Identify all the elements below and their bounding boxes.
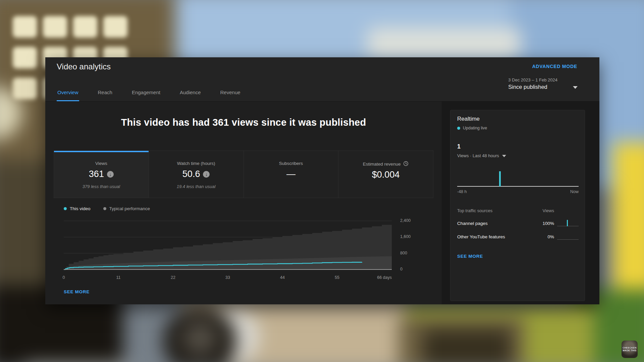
realtime-views-value: 1: [457, 143, 461, 150]
active-card-indicator: [54, 151, 149, 152]
realtime-see-more-link[interactable]: SEE MORE: [457, 254, 483, 259]
tab-engagement[interactable]: Engagement: [131, 89, 161, 101]
chart-y-axis: 08001,6002,400: [400, 218, 424, 275]
metric-label: Estimated revenue: [363, 162, 401, 167]
traffic-header-left: Top traffic sources: [457, 208, 532, 213]
realtime-sidebar: Realtime Updating live 1 Views · Last 48…: [442, 102, 599, 304]
chevron-down-icon: [573, 86, 578, 89]
traffic-source-name: Other YouTube features: [457, 234, 532, 239]
page-title: Video analytics: [57, 62, 111, 71]
metric-value: —: [286, 169, 296, 179]
traffic-sources-header: Top traffic sources Views: [457, 207, 579, 214]
realtime-status-label: Updating live: [463, 126, 487, 130]
clock-icon: [403, 161, 409, 166]
metric-card-views[interactable]: Views 361↓ 379 less than usual: [54, 151, 149, 198]
headline: This video has had 361 views since it wa…: [45, 117, 442, 128]
traffic-row-other-features[interactable]: Other YouTube features 0%: [457, 233, 579, 240]
realtime-caption-label: Views · Last 48 hours: [457, 153, 499, 158]
traffic-source-value: 0%: [532, 234, 554, 239]
metric-card-subscribers[interactable]: Subscribers —: [244, 151, 338, 198]
metric-card-estimated-revenue[interactable]: Estimated revenue $0.004: [338, 151, 433, 198]
metric-label: Watch time (hours): [149, 161, 244, 166]
overview-main: This video has had 361 views since it wa…: [45, 102, 442, 304]
traffic-sparkline: [557, 220, 579, 227]
realtime-card: Realtime Updating live 1 Views · Last 48…: [450, 110, 585, 301]
tab-reach[interactable]: Reach: [97, 89, 113, 101]
date-period-label: Since published: [508, 84, 557, 90]
see-more-link[interactable]: SEE MORE: [64, 289, 90, 294]
tab-audience[interactable]: Audience: [179, 89, 202, 101]
realtime-chart-x-labels: -48 h Now: [457, 189, 579, 194]
chevron-down-icon: [502, 155, 506, 157]
legend-dot-typical: [103, 207, 106, 210]
traffic-header-right: Views: [532, 208, 554, 213]
watermark-line2: MADE THIS: [623, 349, 636, 352]
legend-dot-this-video: [64, 207, 67, 210]
legend-label: Typical performance: [109, 206, 150, 211]
metric-note: 379 less than usual: [54, 184, 149, 189]
legend-this-video: This video: [64, 206, 91, 211]
metric-label: Subscribers: [244, 161, 338, 166]
date-range-text: 3 Dec 2023 – 1 Feb 2024: [508, 77, 557, 82]
date-range-picker[interactable]: 3 Dec 2023 – 1 Feb 2024 Since published: [508, 77, 578, 90]
legend-label: This video: [70, 206, 91, 211]
realtime-bar: [499, 171, 501, 186]
down-arrow-icon: ↓: [203, 171, 210, 178]
live-dot-icon: [457, 127, 460, 130]
legend-typical-performance: Typical performance: [103, 206, 150, 211]
metric-label: Views: [54, 161, 149, 166]
metric-cards: Views 361↓ 379 less than usual Watch tim…: [54, 150, 433, 198]
realtime-status: Updating live: [457, 126, 487, 130]
views-chart[interactable]: [64, 218, 392, 272]
metric-note: 19.4 less than usual: [149, 184, 244, 189]
chart-x-axis: 0112233445566 days: [64, 275, 392, 281]
screen: Video analytics ADVANCED MODE 3 Dec 2023…: [0, 0, 644, 362]
watermark-line1: CHEECKEN: [623, 347, 637, 349]
channel-watermark: CHEECKEN MADE THIS: [622, 341, 638, 358]
metric-card-watch-time[interactable]: Watch time (hours) 50.6↓ 19.4 less than …: [149, 151, 244, 198]
realtime-x-left: -48 h: [457, 189, 467, 194]
realtime-title: Realtime: [457, 116, 480, 122]
traffic-sparkline: [557, 233, 579, 240]
realtime-views-caption[interactable]: Views · Last 48 hours: [457, 153, 506, 158]
analytics-tabs: Overview Reach Engagement Audience Reven…: [57, 89, 241, 101]
realtime-bar-chart: [457, 164, 579, 187]
down-arrow-icon: ↓: [107, 171, 114, 178]
tab-revenue[interactable]: Revenue: [220, 89, 241, 101]
realtime-x-right: Now: [570, 189, 579, 194]
traffic-source-name: Channel pages: [457, 221, 532, 226]
traffic-row-channel-pages[interactable]: Channel pages 100%: [457, 220, 579, 227]
metric-value: $0.004: [372, 170, 400, 180]
panel-header: Video analytics ADVANCED MODE 3 Dec 2023…: [45, 57, 599, 102]
video-analytics-window: Video analytics ADVANCED MODE 3 Dec 2023…: [45, 57, 599, 304]
metric-value: 50.6: [182, 169, 200, 179]
chart-legend: This video Typical performance: [64, 206, 150, 211]
traffic-source-value: 100%: [532, 221, 554, 226]
tab-overview[interactable]: Overview: [57, 89, 79, 101]
advanced-mode-button[interactable]: ADVANCED MODE: [532, 64, 577, 69]
metric-value: 361: [89, 169, 104, 179]
realtime-chart-baseline: [457, 186, 579, 187]
